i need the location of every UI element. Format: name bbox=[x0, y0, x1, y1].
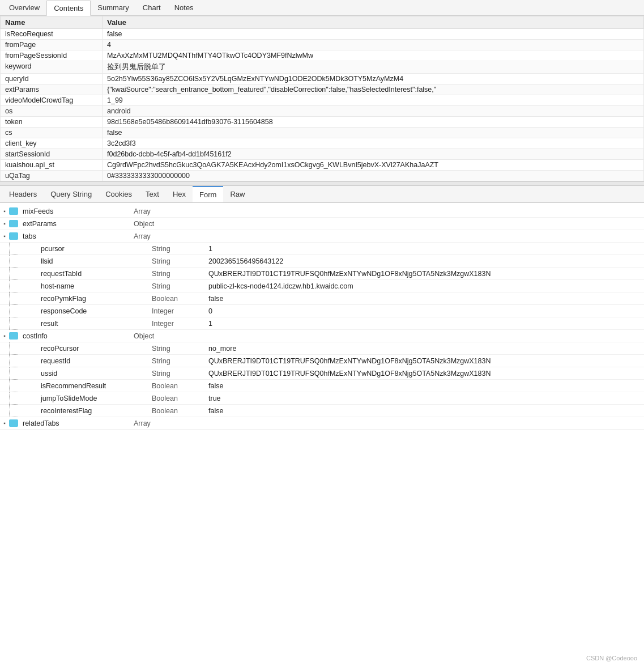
row-value: 3c2cd3f3 bbox=[103, 138, 644, 149]
tree-indent bbox=[0, 342, 39, 355]
folder-icon bbox=[9, 220, 18, 227]
tree-item-type: Integer bbox=[152, 307, 208, 315]
col-header-value: Value bbox=[103, 16, 644, 29]
top-tab-bar: OverviewContentsSummaryChartNotes bbox=[0, 0, 644, 16]
tree-indent: ▪ bbox=[0, 419, 20, 428]
tree-connector-icon bbox=[9, 317, 18, 330]
tree-item-value: false bbox=[208, 407, 644, 415]
collapse-icon[interactable]: ▪ bbox=[0, 332, 9, 341]
leaf-spacer-icon bbox=[18, 369, 27, 378]
row-name: isRecoRequest bbox=[1, 29, 103, 40]
tree-connector-icon bbox=[9, 268, 18, 280]
tree-row[interactable]: ▪extParamsObject bbox=[0, 218, 644, 230]
tree-connector-icon bbox=[9, 243, 18, 255]
tree-row: resultInteger1 bbox=[0, 317, 644, 330]
row-name: fromPage bbox=[1, 40, 103, 50]
tree-indent bbox=[0, 268, 39, 280]
table-row: csfalse bbox=[1, 128, 644, 138]
tree-item-type: Object bbox=[134, 220, 190, 228]
tree-item-type: Boolean bbox=[152, 394, 208, 402]
row-name: queryId bbox=[1, 74, 103, 84]
tab-notes[interactable]: Notes bbox=[168, 0, 201, 15]
tree-row: isRecommendResultBooleanfalse bbox=[0, 380, 644, 392]
tree-item-name: recoPymkFlag bbox=[39, 295, 152, 303]
tree-indent bbox=[0, 367, 39, 380]
tab-chart[interactable]: Chart bbox=[136, 0, 168, 15]
subtab-raw[interactable]: Raw bbox=[223, 186, 251, 202]
tree-container: ▪mixFeedsArray▪extParamsObject▪tabsArray… bbox=[0, 203, 644, 432]
tree-item-type: Array bbox=[134, 207, 190, 215]
tree-row[interactable]: ▪tabsArray bbox=[0, 230, 644, 243]
tree-item-name: relatedTabs bbox=[20, 419, 134, 427]
tree-connector-icon bbox=[9, 380, 18, 392]
tree-connector-icon bbox=[9, 367, 18, 380]
row-name: cs bbox=[1, 128, 103, 138]
subtab-hex[interactable]: Hex bbox=[166, 186, 193, 202]
collapse-icon[interactable]: ▪ bbox=[0, 419, 9, 428]
tree-connector-icon bbox=[9, 292, 18, 305]
tree-row[interactable]: ▪costInfoObject bbox=[0, 330, 644, 342]
leaf-spacer-icon bbox=[18, 257, 27, 266]
row-value: 捡到男鬼后脱单了 bbox=[103, 61, 644, 74]
row-name: os bbox=[1, 106, 103, 117]
row-name: uQaTag bbox=[1, 171, 103, 181]
tab-overview[interactable]: Overview bbox=[2, 0, 46, 15]
collapse-icon[interactable]: ▪ bbox=[0, 219, 9, 228]
tree-item-name: recoPcursor bbox=[39, 345, 152, 353]
tree-row[interactable]: ▪mixFeedsArray bbox=[0, 205, 644, 218]
row-value: 4 bbox=[103, 40, 644, 50]
tree-indent bbox=[0, 243, 39, 255]
tab-contents[interactable]: Contents bbox=[46, 1, 91, 16]
tree-item-name: extParams bbox=[20, 220, 134, 228]
tree-item-type: Boolean bbox=[152, 295, 208, 303]
tree-indent bbox=[0, 317, 39, 330]
name-value-table: Name Value isRecoRequestfalsefromPage4fr… bbox=[0, 16, 644, 181]
tree-item-value: QUxBRERJTI9DT01CT19TRUFSQ0hfMzExNTYwNDg1… bbox=[208, 370, 644, 377]
table-row: isRecoRequestfalse bbox=[1, 29, 644, 40]
subtab-text[interactable]: Text bbox=[139, 186, 166, 202]
subtab-query-string[interactable]: Query String bbox=[44, 186, 99, 202]
tree-row[interactable]: ▪relatedTabsArray bbox=[0, 417, 644, 430]
row-value: Cg9rdWFpc2hvdS5hcGkuc3QoAGK7A5KEAcxHdy2o… bbox=[103, 160, 644, 171]
tree-indent bbox=[0, 392, 39, 405]
tree-row: recoPcursorStringno_more bbox=[0, 342, 644, 355]
tree-row: recoPymkFlagBooleanfalse bbox=[0, 292, 644, 305]
tree-item-value: true bbox=[208, 394, 644, 402]
tree-indent bbox=[0, 305, 39, 317]
table-row: token98d1568e5e05486b86091441dfb93076-31… bbox=[1, 117, 644, 128]
tree-item-type: String bbox=[152, 282, 208, 290]
subtab-form[interactable]: Form bbox=[193, 186, 223, 202]
subtab-headers[interactable]: Headers bbox=[2, 186, 44, 202]
tree-connector-icon bbox=[9, 255, 18, 268]
tree-item-type: Integer bbox=[152, 320, 208, 328]
tree-indent: ▪ bbox=[0, 332, 20, 341]
leaf-spacer-icon bbox=[18, 344, 27, 353]
tree-item-type: String bbox=[152, 257, 208, 265]
tree-item-type: String bbox=[152, 270, 208, 278]
tree-indent bbox=[0, 355, 39, 367]
row-name: startSessionId bbox=[1, 149, 103, 160]
row-value: {"kwaiSource":"search_entrance_bottom_fe… bbox=[103, 84, 644, 95]
row-value: 0#3333333333000000000 bbox=[103, 171, 644, 181]
tab-summary[interactable]: Summary bbox=[91, 0, 136, 15]
collapse-icon[interactable]: ▪ bbox=[0, 232, 9, 241]
folder-icon bbox=[9, 207, 18, 215]
row-value: android bbox=[103, 106, 644, 117]
tree-indent bbox=[0, 292, 39, 305]
collapse-icon[interactable]: ▪ bbox=[0, 207, 9, 216]
tree-item-value: false bbox=[208, 382, 644, 390]
leaf-spacer-icon bbox=[18, 307, 27, 316]
tree-indent bbox=[0, 255, 39, 268]
table-row: startSessionIdf0d26bdc-dcbb-4c5f-afb4-dd… bbox=[1, 149, 644, 160]
tree-item-type: Boolean bbox=[152, 382, 208, 390]
tree-item-type: String bbox=[152, 370, 208, 377]
tree-item-value: QUxBRERJTI9DT01CT19TRUFSQ0hfMzExNTYwNDg1… bbox=[208, 270, 644, 278]
subtab-cookies[interactable]: Cookies bbox=[99, 186, 139, 202]
tree-connector-icon bbox=[9, 305, 18, 317]
table-row: queryId5o2h5Yiw55S36ay85ZCO6lSx5Y2V5LqGM… bbox=[1, 74, 644, 84]
row-name: extParams bbox=[1, 84, 103, 95]
leaf-spacer-icon bbox=[18, 357, 27, 366]
table-row: videoModelCrowdTag1_99 bbox=[1, 95, 644, 106]
tree-item-name: pcursor bbox=[39, 245, 152, 253]
row-value: 98d1568e5e05486b86091441dfb93076-3115604… bbox=[103, 117, 644, 128]
